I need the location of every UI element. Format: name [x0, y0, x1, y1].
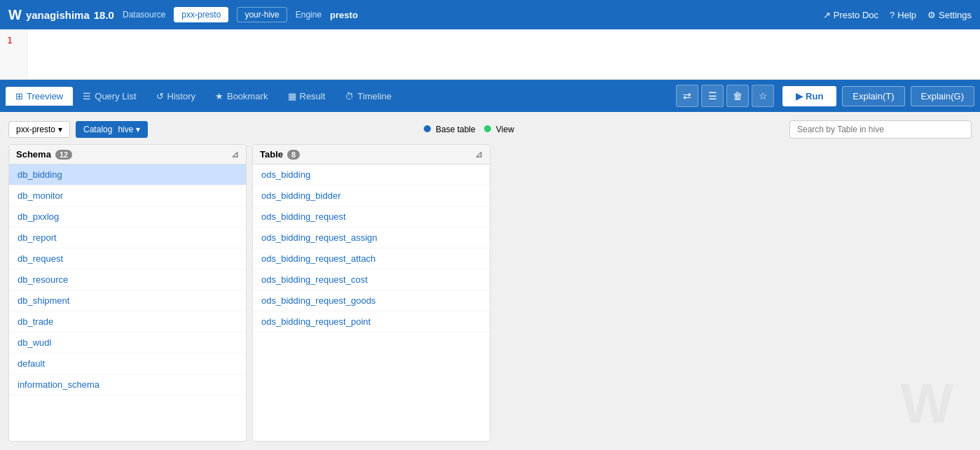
schema-count-badge: 12 — [55, 150, 72, 160]
tab-result[interactable]: ▦ Result — [278, 87, 336, 106]
external-link-icon: ↗ — [823, 10, 831, 20]
swap-button[interactable]: ⇄ — [676, 85, 698, 107]
catalog-dropdown[interactable]: Catalog hive ▾ — [76, 121, 148, 138]
table-list-item[interactable]: ods_bidding_request_assign — [253, 227, 490, 248]
schema-list: db_biddingdb_monitordb_pxxlogdb_reportdb… — [9, 164, 246, 441]
tab-history-label: History — [167, 91, 195, 101]
view-label: View — [496, 125, 514, 134]
schema-list-item[interactable]: db_resource — [9, 269, 246, 290]
presto-doc-label: Presto Doc — [834, 10, 878, 20]
logo-area: W yanagishima 18.0 — [8, 7, 114, 23]
table-title: Table — [260, 149, 283, 160]
tab-treeview-label: Treeview — [27, 91, 63, 101]
catalog-label: Catalog — [83, 125, 112, 134]
schema-header-left: Schema 12 — [16, 149, 72, 160]
view-dot — [484, 125, 491, 132]
table-list-item[interactable]: ods_bidding_request_attach — [253, 248, 490, 269]
search-container — [789, 120, 972, 139]
filter-row: pxx-presto ▾ Catalog hive ▾ Base table V… — [8, 120, 972, 139]
query-list-icon: ☰ — [83, 91, 91, 101]
schema-panel: Schema 12 ⊿ db_biddingdb_monitordb_pxxlo… — [8, 144, 247, 442]
tab-result-label: Result — [300, 91, 326, 101]
schema-list-item[interactable]: db_monitor — [9, 185, 246, 206]
view-legend: View — [484, 125, 514, 134]
search-input[interactable] — [789, 120, 972, 139]
tab-timeline[interactable]: ⏱ Timeline — [335, 87, 401, 106]
engine-value: presto — [330, 10, 358, 20]
schema-list-item[interactable]: db_bidding — [9, 164, 246, 185]
line-numbers: 1 — [0, 29, 28, 79]
star-button[interactable]: ☆ — [752, 85, 774, 107]
table-filter-icon[interactable]: ⊿ — [475, 149, 483, 160]
table-list: ods_biddingods_bidding_bidderods_bidding… — [253, 164, 490, 441]
main-content: pxx-presto ▾ Catalog hive ▾ Base table V… — [0, 112, 980, 450]
schema-list-item[interactable]: db_pxxlog — [9, 206, 246, 227]
explain-t-button[interactable]: Explain(T) — [842, 86, 904, 106]
schema-list-item[interactable]: db_trade — [9, 311, 246, 332]
settings-link[interactable]: ⚙ Settings — [927, 10, 972, 20]
tab-query-list-label: Query List — [95, 91, 136, 101]
schema-list-item[interactable]: db_request — [9, 248, 246, 269]
presto-doc-link[interactable]: ↗ Presto Doc — [823, 10, 878, 20]
panels-row: Schema 12 ⊿ db_biddingdb_monitordb_pxxlo… — [8, 144, 972, 442]
app-name: yanagishima — [26, 9, 90, 21]
toolbar-icons: ⇄ ☰ 🗑 ☆ ▶ Run Explain(T) Explain(G) — [676, 85, 974, 107]
table-list-item[interactable]: ods_bidding_request_goods — [253, 290, 490, 311]
table-list-item[interactable]: ods_bidding_request_point — [253, 311, 490, 332]
base-table-dot — [424, 125, 431, 132]
top-bar: W yanagishima 18.0 Datasource pxx-presto… — [0, 0, 980, 29]
schema-filter-icon[interactable]: ⊿ — [231, 149, 239, 160]
datasource-your-hive-button[interactable]: your-hive — [237, 7, 287, 22]
datasource-dropdown[interactable]: pxx-presto ▾ — [8, 121, 70, 138]
schema-title: Schema — [16, 149, 51, 160]
tab-bookmark[interactable]: ★ Bookmark — [205, 87, 278, 106]
run-button[interactable]: ▶ Run — [782, 86, 836, 106]
tabs-bar: ⊞ Treeview ☰ Query List ↺ History ★ Book… — [0, 80, 980, 112]
line-number-1: 1 — [7, 35, 13, 45]
gear-icon: ⚙ — [927, 10, 936, 20]
schema-list-item[interactable]: default — [9, 353, 246, 374]
table-panel-header: Table 8 ⊿ — [253, 145, 490, 164]
schema-list-item[interactable]: db_report — [9, 227, 246, 248]
table-count-badge: 8 — [287, 150, 300, 160]
tab-bookmark-label: Bookmark — [227, 91, 268, 101]
list-button[interactable]: ☰ — [701, 85, 724, 107]
schema-panel-header: Schema 12 ⊿ — [9, 145, 246, 164]
base-table-label: Base table — [436, 125, 476, 134]
trash-button[interactable]: 🗑 — [726, 85, 749, 107]
schema-list-item[interactable]: db_shipment — [9, 290, 246, 311]
help-label: Help — [897, 10, 916, 20]
datasource-label: Datasource — [123, 10, 165, 20]
top-bar-right: ↗ Presto Doc ? Help ⚙ Settings — [823, 10, 972, 20]
history-icon: ↺ — [156, 91, 164, 101]
datasource-pxx-presto-button[interactable]: pxx-presto — [174, 7, 228, 22]
editor-content[interactable] — [28, 29, 980, 79]
catalog-arrow: ▾ — [136, 125, 140, 134]
settings-label: Settings — [939, 10, 972, 20]
catalog-value: hive — [118, 125, 133, 134]
table-list-item[interactable]: ods_bidding_request — [253, 206, 490, 227]
schema-list-item[interactable]: information_schema — [9, 374, 246, 395]
result-icon: ▦ — [288, 91, 296, 101]
help-link[interactable]: ? Help — [890, 10, 916, 20]
table-list-item[interactable]: ods_bidding_request_cost — [253, 269, 490, 290]
treeview-panel: pxx-presto ▾ Catalog hive ▾ Base table V… — [0, 112, 980, 450]
base-table-legend: Base table — [424, 125, 476, 134]
bookmark-icon: ★ — [215, 91, 223, 101]
table-header-left: Table 8 — [260, 149, 300, 160]
legend-area: Base table View — [424, 125, 514, 134]
table-panel: Table 8 ⊿ ods_biddingods_bidding_biddero… — [252, 144, 490, 442]
engine-label: Engine — [296, 10, 322, 20]
timeline-icon: ⏱ — [345, 91, 354, 101]
table-list-item[interactable]: ods_bidding — [253, 164, 490, 185]
tab-query-list[interactable]: ☰ Query List — [73, 87, 146, 106]
datasource-dropdown-arrow: ▾ — [58, 125, 62, 134]
logo-icon: W — [8, 7, 22, 23]
tab-history[interactable]: ↺ History — [146, 87, 205, 106]
tab-timeline-label: Timeline — [357, 91, 392, 101]
datasource-dropdown-value: pxx-presto — [16, 125, 55, 134]
tab-treeview[interactable]: ⊞ Treeview — [6, 87, 73, 106]
schema-list-item[interactable]: db_wudl — [9, 332, 246, 353]
explain-g-button[interactable]: Explain(G) — [911, 86, 974, 106]
table-list-item[interactable]: ods_bidding_bidder — [253, 185, 490, 206]
